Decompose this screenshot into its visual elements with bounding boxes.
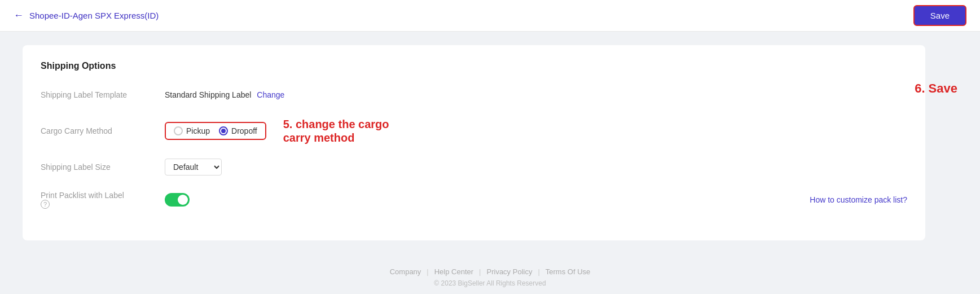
header: ← Shopee-ID-Agen SPX Express(ID) Save [0,0,980,32]
back-arrow-icon: ← [14,10,24,21]
shipping-label-size-value: Default [165,159,222,175]
pickup-option[interactable]: Pickup [174,126,210,135]
customize-pack-list-link[interactable]: How to customize pack list? [810,195,907,204]
footer-copyright: © 2023 BigSeller All Rights Reserved [0,279,980,287]
footer-links: Company | Help Center | Privacy Policy |… [0,267,980,276]
footer-privacy-policy-link[interactable]: Privacy Policy [481,267,538,276]
back-navigation[interactable]: ← Shopee-ID-Agen SPX Express(ID) [14,10,159,21]
cargo-carry-method-label: Cargo Carry Method [41,126,165,135]
main-content: 6. Save Shipping Options Shipping Label … [0,32,980,258]
help-icon[interactable]: ? [41,200,50,209]
dropoff-radio-circle [219,126,228,135]
footer-terms-of-use-link[interactable]: Terms Of Use [540,267,596,276]
dropoff-option[interactable]: Dropoff [219,126,257,135]
save-annotation: 6. Save [915,81,957,96]
footer-company-link[interactable]: Company [384,267,427,276]
shipping-label-size-select[interactable]: Default [165,159,222,175]
shipping-label-size-row: Shipping Label Size Default [41,157,907,177]
cargo-radio-group: Pickup Dropoff [165,122,266,140]
card-title: Shipping Options [41,61,907,71]
cargo-annotation: 5. change the cargocarry method [283,117,389,144]
print-packlist-label: Print Packlist with Label ? [41,191,165,209]
save-button[interactable]: Save [913,5,966,26]
footer-help-center-link[interactable]: Help Center [429,267,479,276]
print-packlist-row: Print Packlist with Label ? How to custo… [41,190,907,210]
shipping-label-template-row: Shipping Label Template Standard Shippin… [41,85,907,105]
footer: Company | Help Center | Privacy Policy |… [0,258,980,294]
shipping-label-size-label: Shipping Label Size [41,163,165,172]
cargo-carry-method-value: Pickup Dropoff 5. change the cargocarry … [165,117,389,144]
shipping-label-template-value: Standard Shipping Label Change [165,90,284,99]
page-title: Shopee-ID-Agen SPX Express(ID) [29,11,159,20]
dropoff-label: Dropoff [231,126,257,135]
change-template-link[interactable]: Change [257,90,284,99]
shipping-options-card: Shipping Options Shipping Label Template… [23,45,925,240]
print-packlist-toggle-wrap [165,193,190,207]
cargo-carry-method-row: Cargo Carry Method Pickup Dropoff 5. cha… [41,117,907,144]
shipping-label-template-label: Shipping Label Template [41,90,165,99]
shipping-label-template-text: Standard Shipping Label [165,90,251,99]
print-packlist-toggle[interactable] [165,193,190,207]
pickup-radio-circle [174,126,183,135]
pickup-label: Pickup [186,126,210,135]
